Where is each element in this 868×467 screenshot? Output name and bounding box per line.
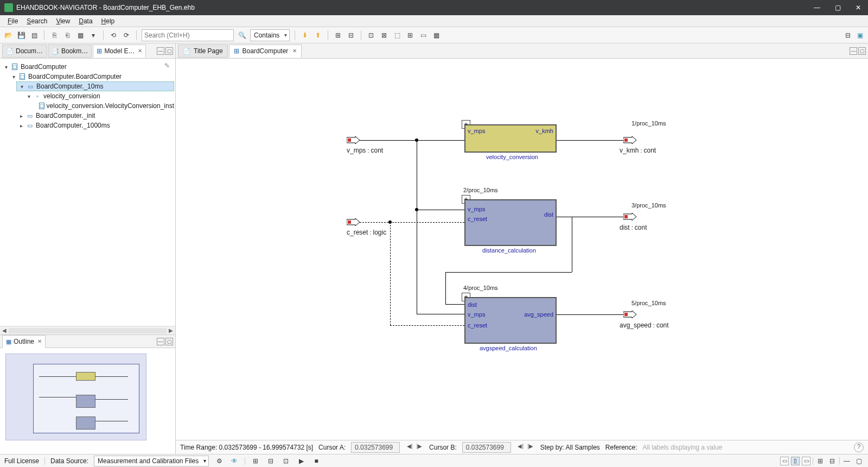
eye-icon[interactable]: 👁 — [229, 456, 239, 466]
tool-g5[interactable]: ⬚ — [392, 30, 402, 40]
tab-title-page[interactable]: Title Page — [178, 45, 228, 58]
search-mode-dropdown[interactable]: Contains — [250, 29, 290, 41]
menu-view[interactable]: View — [52, 16, 74, 26]
sb-btn-1[interactable]: ⊞ — [251, 456, 260, 466]
scroll-left-icon[interactable]: ◀ — [0, 327, 9, 333]
tool-btn-6[interactable]: ▦ — [75, 30, 85, 40]
tree-hscrollbar[interactable]: ◀ ▶ — [0, 326, 175, 335]
output-port-v-kmh[interactable] — [623, 136, 636, 144]
tab-documents[interactable]: Docum… — [2, 45, 47, 58]
editor-tabs: Title Page BoardComputer✕ — ▢ — [176, 43, 868, 59]
tool-g6[interactable]: ⊞ — [405, 30, 415, 40]
panel-minimize-icon[interactable]: — — [157, 47, 164, 55]
tool-r2[interactable]: ▣ — [855, 30, 865, 40]
forward-icon[interactable]: ⟳ — [122, 30, 131, 40]
tree-row[interactable]: ▸BoardComputer._1000ms — [16, 121, 174, 130]
close-icon[interactable]: ✕ — [37, 338, 42, 344]
panel-minimize-icon[interactable]: — — [157, 338, 164, 345]
tool-g7[interactable]: ▭ — [418, 30, 428, 40]
panel-maximize-icon[interactable]: ▢ — [858, 47, 866, 55]
search-input[interactable] — [142, 29, 234, 41]
back-icon[interactable]: ⟲ — [108, 30, 118, 40]
wire — [557, 314, 623, 315]
sb-btn-r2[interactable]: ⊟ — [827, 456, 837, 466]
cursor-b-next-icon[interactable]: |▶ — [526, 443, 535, 452]
cursor-a-prev-icon[interactable]: ◀| — [405, 443, 414, 452]
down-icon[interactable]: ⬇ — [300, 30, 310, 40]
layout-btn-2[interactable]: ▯ — [791, 457, 800, 465]
sb-btn-r1[interactable]: ⊞ — [815, 456, 825, 466]
layout-btn-1[interactable]: ▭ — [780, 457, 789, 465]
stop-icon[interactable]: ■ — [311, 456, 321, 466]
menu-search[interactable]: Search — [22, 16, 52, 26]
input-port-v-mps[interactable] — [347, 136, 360, 144]
separator — [136, 30, 137, 40]
cursor-a-field[interactable]: 0.032573699 — [351, 442, 400, 453]
tool-btn-5[interactable]: ⎗ — [62, 30, 72, 40]
tab-outline[interactable]: Outline✕ — [2, 335, 46, 348]
block-velocity-conversion[interactable]: v_mps v_kmh — [464, 124, 557, 153]
cursor-b-prev-icon[interactable]: ◀| — [516, 443, 525, 452]
outline-preview[interactable] — [5, 354, 146, 440]
tool-g3[interactable]: ⊡ — [366, 30, 376, 40]
panel-maximize-icon[interactable]: ▢ — [165, 338, 173, 345]
exec-label: 1/proc_10ms — [631, 120, 666, 127]
zoom-out-icon[interactable]: — — [842, 456, 852, 466]
sb-btn-r3[interactable]: ▢ — [854, 456, 864, 466]
cursor-b-field[interactable]: 0.032573699 — [462, 442, 511, 453]
scroll-right-icon[interactable]: ▶ — [167, 327, 175, 333]
tree-row[interactable]: ▾velocity_conversion — [24, 91, 174, 101]
tool-g1[interactable]: ⊞ — [333, 30, 343, 40]
close-icon[interactable]: ✕ — [292, 48, 297, 54]
signal-label: dist : cont — [620, 224, 647, 231]
sb-btn-3[interactable]: ⊡ — [281, 456, 291, 466]
model-tree[interactable]: ✎ ▾BoardComputer ▾BoardComputer.BoardCom… — [0, 59, 175, 326]
separator — [361, 30, 361, 40]
panel-maximize-icon[interactable]: ▢ — [165, 47, 173, 55]
sb-btn-2[interactable]: ⊟ — [266, 456, 276, 466]
tool-r1[interactable]: ⊟ — [843, 30, 853, 40]
minimize-button[interactable]: — — [812, 4, 822, 11]
close-button[interactable]: ✕ — [853, 4, 864, 11]
close-icon[interactable]: ✕ — [138, 48, 142, 54]
menu-file[interactable]: File — [3, 16, 22, 26]
tool-g8[interactable]: ▦ — [431, 30, 441, 40]
block-avgspeed-calculation[interactable]: dist v_mps c_reset avg_speed — [464, 297, 557, 344]
gear-icon[interactable]: ⚙ — [214, 456, 224, 466]
play-icon[interactable]: ▶ — [296, 456, 306, 466]
tree-row[interactable]: ▾BoardComputer — [1, 62, 174, 72]
tool-btn-4[interactable]: ⎘ — [49, 30, 59, 40]
maximize-button[interactable]: ▢ — [832, 4, 843, 11]
tab-bookmarks[interactable]: Bookm… — [48, 45, 92, 58]
layout-btn-3[interactable]: ▭ — [802, 457, 810, 465]
tool-btn-7[interactable]: ▾ — [88, 30, 98, 40]
tool-btn-3[interactable]: ▤ — [29, 30, 39, 40]
pencil-icon[interactable]: ✎ — [164, 62, 170, 70]
help-icon[interactable]: ? — [854, 443, 864, 452]
diagram-canvas[interactable]: v_mps : cont c_reset : logic + v_mps v_k… — [176, 59, 868, 440]
output-port-dist[interactable] — [623, 213, 636, 220]
output-port-avg-speed[interactable] — [623, 311, 636, 318]
tab-model-explorer[interactable]: Model E…✕ — [93, 45, 146, 58]
tree-row[interactable]: ▸BoardComputer._init — [16, 111, 174, 121]
input-port-c-reset[interactable] — [347, 218, 360, 226]
up-icon[interactable]: ⬆ — [313, 30, 323, 40]
menu-help[interactable]: Help — [97, 16, 119, 26]
doc-icon — [183, 47, 190, 55]
tree-row-selected[interactable]: ▾BoardComputer._10ms — [16, 81, 174, 91]
exec-label: 3/proc_10ms — [631, 202, 666, 209]
svg-rect-7 — [624, 215, 628, 218]
tree-row[interactable]: velocity_conversion.VelocityConversion_i… — [31, 101, 174, 111]
menu-data[interactable]: Data — [74, 16, 97, 26]
block-distance-calculation[interactable]: v_mps c_reset dist — [464, 199, 557, 246]
data-source-dropdown[interactable]: Measurement and Calibration Files — [94, 456, 209, 466]
save-icon[interactable] — [16, 30, 26, 40]
tool-g4[interactable]: ⊠ — [379, 30, 389, 40]
tree-row[interactable]: ▾BoardComputer.BoardComputer — [9, 72, 174, 81]
panel-minimize-icon[interactable]: — — [850, 47, 857, 55]
tab-board-computer[interactable]: BoardComputer✕ — [229, 45, 302, 58]
search-icon[interactable]: 🔍 — [237, 30, 247, 40]
cursor-a-next-icon[interactable]: |▶ — [415, 443, 424, 452]
open-icon[interactable] — [3, 30, 13, 40]
tool-g2[interactable]: ⊟ — [346, 30, 356, 40]
